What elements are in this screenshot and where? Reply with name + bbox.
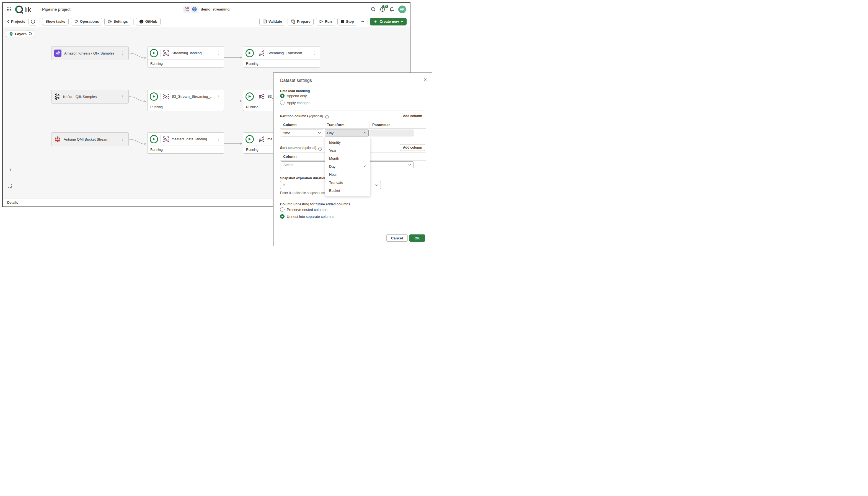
settings-button[interactable]: Settings bbox=[104, 18, 131, 26]
transform-dropdown-menu: Identity Year Month Day✓ Hour Truncate B… bbox=[325, 137, 370, 196]
qlik-logo: lik bbox=[14, 5, 39, 14]
settings-label: Settings bbox=[113, 19, 128, 24]
app-launcher-button[interactable] bbox=[7, 7, 11, 12]
plus-icon: ＋ bbox=[373, 19, 377, 24]
grid-icon bbox=[7, 7, 11, 12]
dropdown-option-hour[interactable]: Hour bbox=[325, 170, 370, 179]
dropdown-option-year[interactable]: Year bbox=[325, 146, 370, 154]
node-menu-button[interactable]: ⋮ bbox=[216, 94, 222, 99]
source-node-kinesis[interactable]: Amazon Kinesis - Qlik Samples ⋮ bbox=[51, 46, 129, 60]
partition-add-column-button[interactable]: Add column bbox=[400, 113, 425, 119]
node-menu-button[interactable]: ⋮ bbox=[120, 94, 126, 99]
node-label: S3_Stream_Streaming_lan... bbox=[172, 94, 214, 98]
project-name[interactable]: demo_streaming bbox=[201, 7, 230, 11]
dropdown-option-identity[interactable]: Identity bbox=[325, 138, 370, 146]
zoom-out-button[interactable]: − bbox=[8, 175, 13, 181]
github-icon bbox=[139, 19, 144, 24]
radio-selected-icon bbox=[280, 214, 284, 219]
sort-add-column-button[interactable]: Add column bbox=[400, 144, 425, 151]
transform-node-streaming[interactable]: Streaming_Transform ⋮ Running bbox=[243, 46, 320, 67]
fit-to-screen-button[interactable] bbox=[8, 184, 13, 188]
validate-icon bbox=[263, 19, 267, 24]
landing-node-masters[interactable]: masters_data_landing ⋮ Running bbox=[147, 132, 224, 154]
node-run-button[interactable] bbox=[150, 135, 158, 143]
top-bar: lik Pipeline project demo_streaming bbox=[3, 3, 410, 16]
column-unnesting-label: Column unnesting for future added column… bbox=[280, 202, 350, 206]
cancel-button[interactable]: Cancel bbox=[386, 234, 408, 242]
help-icon[interactable]: ? 13 bbox=[380, 7, 385, 12]
dropdown-option-bucket[interactable]: Bucket bbox=[325, 187, 370, 195]
row-more-button[interactable]: ⋯ bbox=[418, 162, 422, 167]
more-actions-button[interactable]: ⋯ bbox=[359, 18, 365, 26]
chevron-down-icon bbox=[375, 184, 378, 186]
partition-transform-value: Day bbox=[327, 131, 334, 135]
node-menu-button[interactable]: ⋮ bbox=[120, 51, 126, 56]
source-node-kafka[interactable]: Kafka - Qlik Samples ⋮ bbox=[51, 90, 129, 104]
unnest-separate-radio[interactable]: Unnest into separate columns bbox=[280, 214, 335, 219]
project-space-icon bbox=[191, 6, 198, 13]
toolbar-divider bbox=[368, 18, 368, 25]
landing-node-s3-stream[interactable]: S3_Stream_Streaming_lan... ⋮ Running bbox=[147, 90, 224, 111]
ellipsis-icon: ⋯ bbox=[361, 19, 364, 24]
prepare-button[interactable]: Prepare bbox=[288, 18, 314, 26]
divider bbox=[160, 93, 160, 100]
append-only-radio[interactable]: Append only bbox=[280, 94, 307, 98]
canvas-search-button[interactable] bbox=[27, 30, 34, 37]
node-label: Amazon Kinesis - Qlik Samples bbox=[64, 51, 117, 55]
github-button[interactable]: GitHub bbox=[136, 18, 160, 26]
operations-button[interactable]: Operations bbox=[71, 18, 103, 26]
validate-button[interactable]: Validate bbox=[259, 18, 285, 26]
search-icon bbox=[29, 32, 33, 36]
row-more-button[interactable]: ⋯ bbox=[418, 131, 422, 135]
create-new-button[interactable]: ＋ Create new bbox=[370, 18, 407, 26]
partition-column-value: time bbox=[283, 131, 290, 135]
actions-header bbox=[414, 121, 426, 128]
node-menu-button[interactable]: ⋮ bbox=[216, 51, 222, 56]
node-run-button[interactable] bbox=[150, 49, 158, 57]
actions-header bbox=[414, 153, 426, 160]
preserve-nested-radio[interactable]: Preserve nested columns bbox=[280, 207, 327, 212]
search-icon[interactable] bbox=[371, 7, 376, 12]
apply-changes-radio[interactable]: Apply changes bbox=[280, 100, 310, 105]
node-run-button[interactable] bbox=[246, 92, 254, 101]
radio-icon bbox=[280, 100, 284, 105]
stop-button[interactable]: Stop bbox=[337, 18, 357, 26]
node-menu-button[interactable]: ⋮ bbox=[120, 137, 126, 142]
pipeline-type-icon bbox=[183, 6, 190, 13]
dropdown-option-truncate[interactable]: Truncate bbox=[325, 179, 370, 187]
kafka-icon bbox=[54, 93, 60, 100]
divider bbox=[160, 135, 160, 143]
node-menu-button[interactable]: ⋮ bbox=[216, 137, 222, 142]
info-icon[interactable]: i bbox=[318, 147, 322, 151]
back-to-projects-button[interactable]: Projects bbox=[6, 18, 26, 26]
node-run-button[interactable] bbox=[150, 92, 158, 101]
bell-icon[interactable] bbox=[389, 7, 394, 12]
column-header: Column bbox=[280, 153, 324, 160]
node-menu-button[interactable]: ⋮ bbox=[312, 51, 318, 56]
run-button[interactable]: Run bbox=[316, 18, 335, 26]
layers-button[interactable]: Layers bbox=[6, 30, 30, 37]
node-status: Running bbox=[148, 103, 224, 111]
dropdown-option-month[interactable]: Month bbox=[325, 154, 370, 162]
toolbar: Projects i Show tasks Operations Setting… bbox=[3, 16, 410, 27]
source-node-bucket[interactable]: Antoine QMI Bucket Stream ⋮ bbox=[51, 132, 129, 146]
info-icon[interactable]: i bbox=[325, 115, 329, 119]
ok-button[interactable]: OK bbox=[409, 234, 425, 242]
node-label: Streaming_Transform bbox=[267, 51, 310, 55]
close-icon[interactable]: × bbox=[423, 76, 427, 83]
avatar[interactable]: AR bbox=[398, 5, 406, 13]
partition-column-select[interactable]: time bbox=[281, 129, 323, 137]
divider bbox=[280, 198, 425, 198]
info-button[interactable]: i bbox=[29, 18, 37, 26]
show-tasks-label: Show tasks bbox=[45, 19, 65, 24]
landing-node-streaming[interactable]: Streaming_landing ⋮ Running bbox=[147, 46, 224, 67]
show-tasks-button[interactable]: Show tasks bbox=[42, 18, 69, 26]
operations-icon bbox=[74, 19, 78, 24]
partition-transform-select[interactable]: Day bbox=[325, 129, 369, 137]
svg-text:lik: lik bbox=[25, 5, 32, 14]
dropdown-option-day[interactable]: Day✓ bbox=[325, 162, 370, 170]
info-icon: i bbox=[31, 19, 35, 24]
zoom-in-button[interactable]: ＋ bbox=[8, 167, 13, 172]
node-run-button[interactable] bbox=[246, 135, 254, 143]
node-run-button[interactable] bbox=[246, 49, 254, 57]
